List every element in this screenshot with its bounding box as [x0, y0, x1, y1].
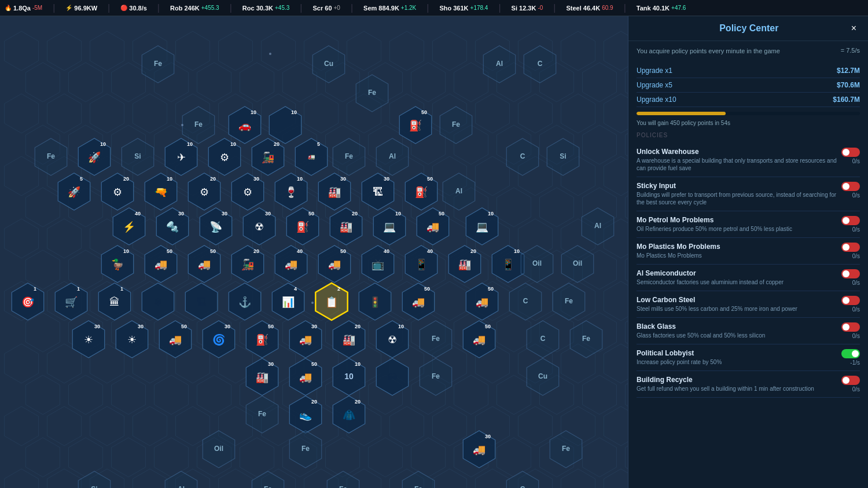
- policy-toggle[interactable]: [841, 148, 860, 157]
- policy-toggle-area: 0/s: [841, 243, 860, 259]
- stat-energy-value: 1.8Qa: [13, 5, 31, 12]
- policy-row: Low Carbon SteelSteel mills use 50% less…: [637, 291, 860, 318]
- policy-desc: Steel mills use 50% less carbon and 25% …: [637, 305, 837, 313]
- upgrade-x5-cost: $70.6M: [837, 81, 860, 89]
- stat-health: 🔴 30.8/s: [120, 5, 147, 12]
- stat-steel: Steel 46.4K 60.9: [566, 5, 613, 12]
- stat-roc-delta: +45.3: [275, 5, 289, 11]
- stat-scr-value: Scr 60: [312, 5, 332, 12]
- policy-name: Sticky Input: [637, 182, 837, 190]
- policy-toggle-area: 0/s: [841, 296, 860, 313]
- policy-toggle[interactable]: [841, 349, 860, 358]
- policy-toggle[interactable]: [841, 243, 860, 252]
- policy-toggle-area: 0/s: [841, 322, 860, 339]
- policy-rate: 0/s: [852, 280, 860, 286]
- stat-si-delta: -0: [538, 5, 543, 11]
- toggle-knob: [843, 149, 849, 156]
- toggle-knob: [843, 270, 849, 277]
- policy-panel: Policy Center × You acquire policy point…: [628, 16, 868, 488]
- policy-toggle[interactable]: [841, 269, 860, 278]
- policy-name: Low Carbon Steel: [637, 296, 837, 304]
- policy-info: Unlock WarehouseA warehouse is a special…: [637, 148, 837, 172]
- policy-row: Mo Petrol Mo ProblemsOil Refineries prod…: [637, 211, 860, 238]
- policy-body[interactable]: You acquire policy points every minute i…: [628, 41, 868, 488]
- policy-info: Sticky InputBuildings will prefer to tra…: [637, 182, 837, 206]
- policy-info-rate: = 7.5/s: [841, 47, 860, 60]
- policy-rate: -1/s: [850, 359, 860, 366]
- topbar: 🔥 1.8Qa -5M | ⚡ 96.9KW | 🔴 30.8/s | Rob …: [0, 0, 868, 16]
- policy-rate: 0/s: [852, 158, 860, 164]
- policy-toggle-area: -1/s: [841, 349, 860, 366]
- upgrade-x5-label: Upgrade x5: [637, 81, 672, 89]
- policy-info: Low Carbon SteelSteel mills use 50% less…: [637, 296, 837, 313]
- stat-health-value: 30.8/s: [129, 5, 147, 12]
- stat-energy-delta: -5M: [32, 5, 42, 11]
- stat-roc: Roc 30.3K +45.3: [242, 5, 290, 12]
- policy-name: Al Semiconductor: [637, 269, 837, 277]
- upgrade-x10-button[interactable]: Upgrade x10 $160.7M: [637, 93, 860, 107]
- policy-toggle[interactable]: [841, 296, 860, 305]
- policy-name: Black Glass: [637, 322, 837, 331]
- stat-sem: Sem 884.9K +1.2K: [363, 5, 416, 12]
- policy-row: Sticky InputBuildings will prefer to tra…: [637, 177, 860, 211]
- stat-rob-value: Rob 246K: [170, 5, 200, 12]
- energy-icon: 🔥: [5, 5, 12, 11]
- policy-toggle-area: 0/s: [841, 269, 860, 286]
- policy-row: Political LobbyistIncrease policy point …: [637, 344, 860, 371]
- policy-desc: Buildings will prefer to transport from …: [637, 191, 837, 206]
- stat-si-value: Si 12.3K: [512, 5, 536, 12]
- policy-header: Policy Center ×: [628, 16, 868, 41]
- stat-sho-value: Sho 361K: [439, 5, 468, 12]
- toggle-knob: [843, 244, 849, 251]
- policy-toggle[interactable]: [841, 376, 860, 385]
- policy-rate: 0/s: [852, 333, 860, 339]
- game-area[interactable]: [0, 16, 628, 488]
- policy-toggle-area: 0/s: [841, 216, 860, 233]
- policy-info: Al SemiconductorSemiconductor factories …: [637, 269, 837, 286]
- policy-rate: 0/s: [852, 192, 860, 199]
- toggle-knob: [843, 324, 849, 331]
- stat-power-value: 96.9KW: [74, 5, 97, 12]
- policy-name: Unlock Warehouse: [637, 148, 837, 156]
- health-icon: 🔴: [120, 5, 127, 11]
- progress-text: You will gain 450 policy points in 54s: [637, 120, 860, 126]
- policy-name: Mo Petrol Mo Problems: [637, 216, 837, 224]
- policy-desc: Mo Plastics Mo Problems: [637, 252, 837, 259]
- policy-desc: Semiconductor factories use aluminium in…: [637, 278, 837, 286]
- stat-power: ⚡ 96.9KW: [65, 5, 97, 12]
- policy-rate: 0/s: [852, 306, 860, 313]
- policy-info: Building RecycleGet full refund when you…: [637, 376, 837, 392]
- policy-info: Black GlassGlass factories use 50% coal …: [637, 322, 837, 339]
- policy-toggle-area: 0/s: [841, 148, 860, 164]
- policy-title: Policy Center: [650, 23, 848, 34]
- upgrade-x5-button[interactable]: Upgrade x5 $70.6M: [637, 78, 860, 93]
- toggle-knob: [843, 297, 849, 304]
- stat-scr-delta: +0: [334, 5, 340, 11]
- stat-roc-value: Roc 30.3K: [242, 5, 273, 12]
- policy-name: Mo Plastics Mo Problems: [637, 243, 837, 251]
- stat-energy: 🔥 1.8Qa -5M: [5, 5, 42, 12]
- policy-toggle[interactable]: [841, 216, 860, 225]
- policy-desc: Glass factories use 50% coal and 50% les…: [637, 332, 837, 339]
- policy-desc: A warehouse is a special building that o…: [637, 157, 837, 172]
- power-icon: ⚡: [65, 5, 72, 11]
- policy-desc: Get full refund when you sell a building…: [637, 385, 837, 392]
- upgrade-x1-button[interactable]: Upgrade x1 $12.7M: [637, 64, 860, 78]
- stat-rob: Rob 246K +455.3: [170, 5, 219, 12]
- policy-desc: Oil Refineries produce 50% more petrol a…: [637, 225, 837, 233]
- stat-sho: Sho 361K +178.4: [439, 5, 488, 12]
- stat-sho-delta: +178.4: [470, 5, 488, 11]
- policy-toggle[interactable]: [841, 322, 860, 332]
- policy-info-text: You acquire policy points every minute i…: [637, 47, 780, 56]
- policies-section-label: POLICIES: [637, 132, 860, 138]
- policies-list: Unlock WarehouseA warehouse is a special…: [637, 143, 860, 398]
- policy-rate: 0/s: [852, 253, 860, 259]
- stat-sem-delta: +1.2K: [401, 5, 416, 11]
- policy-row: Unlock WarehouseA warehouse is a special…: [637, 143, 860, 177]
- policy-info: Political LobbyistIncrease policy point …: [637, 349, 837, 366]
- policy-toggle[interactable]: [841, 182, 860, 191]
- policy-close-button[interactable]: ×: [848, 22, 860, 35]
- policy-name: Political Lobbyist: [637, 349, 837, 357]
- stat-sem-value: Sem 884.9K: [363, 5, 399, 12]
- toggle-knob: [852, 350, 859, 357]
